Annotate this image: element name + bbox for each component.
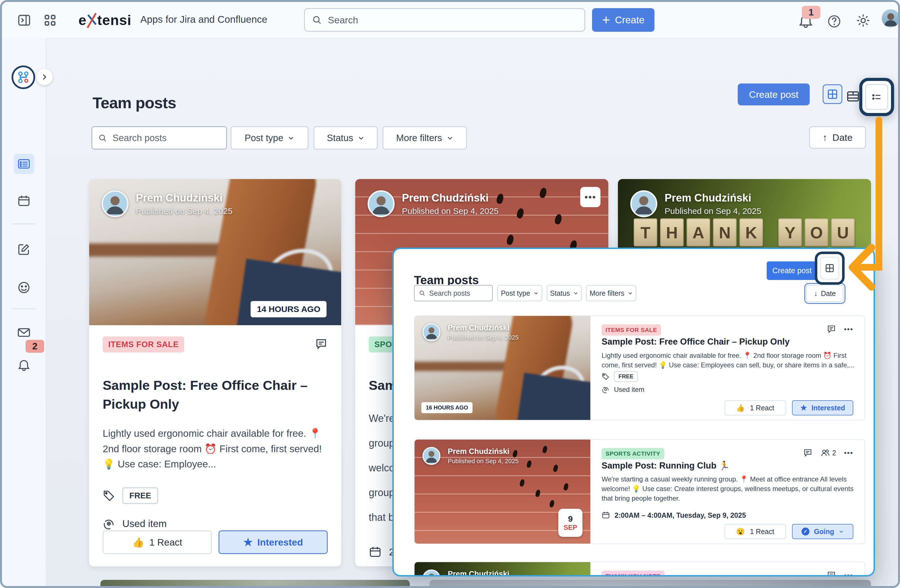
author-name: Prem Chudziński — [448, 447, 518, 456]
post-title[interactable]: Sample Post: Free Office Chair – Pickup … — [602, 337, 853, 347]
more-menu-button[interactable]: ••• — [844, 449, 853, 457]
search-posts-input[interactable] — [112, 132, 220, 144]
interested-button[interactable]: ★ Interested — [792, 400, 853, 415]
filter-status[interactable]: Status — [313, 126, 378, 150]
popup-filter-more[interactable]: More filters — [586, 285, 636, 301]
comments-icon[interactable] — [803, 448, 813, 458]
view-toggle-list[interactable] — [865, 84, 888, 110]
comments-icon[interactable] — [315, 337, 327, 351]
condition-icon — [602, 385, 610, 393]
comments-icon[interactable] — [827, 571, 836, 577]
search-icon — [98, 133, 107, 143]
extensi-logo[interactable]: e tensi — [79, 12, 132, 28]
list-row-running-club[interactable]: Prem Chudziński Published on Sep 4, 2025… — [414, 439, 865, 544]
condition-icon — [102, 517, 115, 530]
popup-search-posts-input[interactable] — [428, 289, 488, 298]
logo-x-icon — [87, 12, 97, 28]
sidebar: 2 — [2, 38, 47, 586]
author-name: Prem Chudziński — [664, 192, 761, 204]
settings-gear-icon[interactable] — [856, 13, 871, 28]
react-button[interactable]: 👍 1 React — [102, 531, 212, 554]
screenshot-frame: e tensi Apps for Jira and Confluence Cre… — [0, 0, 900, 588]
create-post-button[interactable]: Create post — [738, 84, 810, 105]
help-icon[interactable] — [827, 14, 841, 28]
create-button[interactable]: Create — [592, 8, 655, 32]
calendar-icon — [17, 194, 31, 208]
more-menu-button[interactable]: ••• — [580, 187, 601, 207]
card-actions: 👍 1 React ★ Interested — [102, 531, 327, 554]
popup-search-posts-field[interactable] — [414, 285, 493, 301]
interested-button[interactable]: ★ Interested — [219, 531, 327, 554]
attendees[interactable]: 2 — [821, 448, 836, 458]
list-row-thank-you[interactable]: Prem Chudziński Published on Sep 4, 2025… — [414, 562, 865, 577]
app-window: e tensi Apps for Jira and Confluence Cre… — [0, 0, 900, 588]
sidebar-item-notifications[interactable] — [14, 355, 34, 375]
price-row: FREE — [102, 487, 327, 504]
avatar — [630, 190, 657, 217]
view-toggle-table[interactable] — [846, 90, 860, 103]
avatar — [368, 190, 394, 217]
global-search[interactable] — [304, 8, 585, 32]
react-button[interactable]: 👍 1 React — [725, 400, 786, 415]
sidebar-divider — [12, 223, 36, 224]
category-badge: SPORTS ACTIVITY — [602, 448, 664, 459]
popup-sort-by-date-button[interactable]: ↓ Date — [806, 285, 844, 302]
condition-row: Used item — [602, 385, 644, 393]
list-view-icon — [871, 91, 882, 102]
post-card-office-chair[interactable]: Prem Chudziński Published on Sep 4, 2025… — [89, 179, 341, 566]
plus-icon — [602, 16, 610, 24]
filter-more[interactable]: More filters — [383, 126, 467, 150]
sidebar-item-compose[interactable] — [14, 239, 34, 260]
condition-row: Used item — [102, 517, 327, 530]
post-title[interactable]: Sample Post: Free Office Chair – Pickup … — [102, 376, 327, 413]
row-thumbnail-track: Prem Chudziński Published on Sep 4, 2025… — [414, 439, 590, 543]
global-search-input[interactable] — [327, 14, 577, 26]
author-chip: Prem Chudziński Published on Sep 4, 2025 — [422, 323, 518, 341]
sort-desc-icon: ↓ — [814, 289, 818, 298]
surprised-emoji: 😮 — [736, 528, 745, 536]
app-switcher-icon[interactable] — [43, 14, 56, 27]
filter-post-type[interactable]: Post type — [231, 126, 309, 150]
user-avatar[interactable] — [882, 9, 900, 27]
list-row-office-chair[interactable]: Prem Chudziński Published on Sep 4, 2025… — [414, 316, 865, 421]
sidebar-expand-button[interactable] — [36, 69, 53, 85]
popup-view-toggle-grid-highlight — [815, 252, 844, 285]
tag-icon — [102, 490, 115, 502]
sidebar-toggle-icon[interactable] — [18, 14, 31, 27]
author-chip: Prem Chudziński Published on Sep 4, 2025 — [422, 569, 518, 577]
price-tag: FREE — [614, 371, 638, 382]
post-title[interactable]: Sample Post: Running Club 🏃 — [602, 460, 853, 471]
event-date: 2:00AM – 4:00AM, Tuesday, Sep 9, 2025 — [614, 511, 746, 520]
star-icon: ★ — [243, 536, 253, 548]
sidebar-item-calendar[interactable] — [14, 191, 34, 211]
chevron-down-icon — [839, 529, 844, 534]
popup-create-post-button[interactable]: Create post — [767, 262, 817, 280]
more-menu-button[interactable]: ••• — [844, 571, 853, 577]
mail-icon — [17, 325, 31, 339]
popup-filter-post-type[interactable]: Post type — [497, 285, 542, 301]
sidebar-item-reactions[interactable] — [14, 277, 34, 298]
popup-filter-status[interactable]: Status — [547, 285, 582, 301]
going-button[interactable]: ✓ Going — [792, 524, 853, 539]
published-date: Published on Sep 4, 2025 — [136, 206, 233, 216]
avatar-photo — [882, 9, 900, 27]
grid-view-icon — [825, 263, 835, 273]
star-icon: ★ — [800, 403, 807, 412]
search-posts-field[interactable] — [92, 126, 227, 150]
sidebar-item-posts[interactable] — [14, 154, 34, 174]
app-logo[interactable] — [11, 65, 35, 89]
grid-view-icon — [827, 88, 838, 100]
post-description: Lightly used ergonomic chair available f… — [602, 351, 855, 370]
popup-view-toggle-grid[interactable] — [820, 257, 839, 279]
comments-icon[interactable] — [827, 324, 836, 334]
more-menu-button[interactable]: ••• — [844, 325, 853, 334]
sort-by-date-button[interactable]: ↑ Date — [809, 126, 866, 149]
row-thumbnail-chair: Prem Chudziński Published on Sep 4, 2025… — [414, 316, 590, 420]
view-toggle-grid[interactable] — [822, 84, 843, 104]
chevron-down-icon — [534, 291, 538, 296]
attendee-count: 2 — [832, 449, 836, 457]
react-button[interactable]: 😮 1 React — [725, 524, 786, 539]
author-chip: Prem Chudziński Published on Sep 4, 2025 — [422, 447, 518, 465]
author-name: Prem Chudziński — [448, 570, 518, 577]
notification-count-badge: 1 — [802, 6, 821, 19]
